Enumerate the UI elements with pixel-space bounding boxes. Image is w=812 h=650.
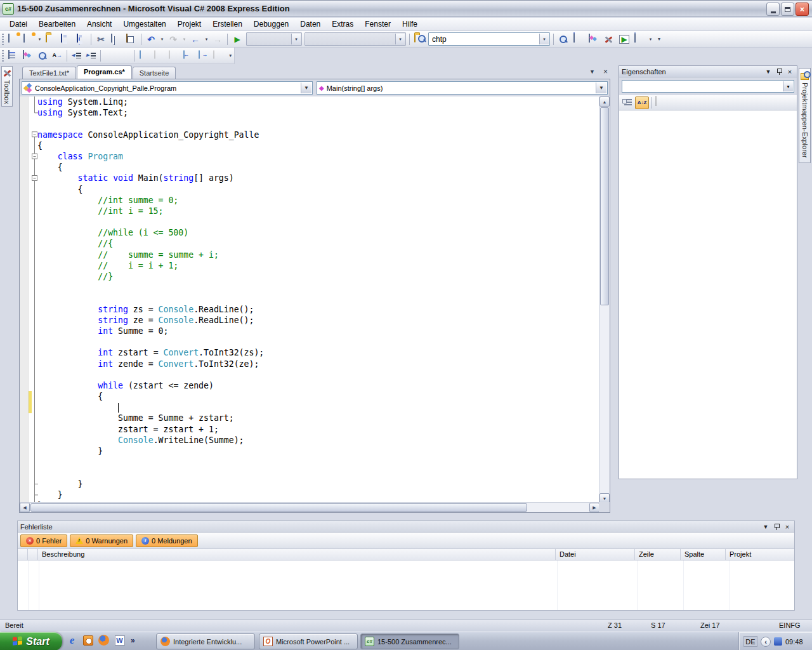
- code-line[interactable]: [20, 402, 599, 413]
- code-line[interactable]: }: [20, 479, 599, 489]
- quick-info-button[interactable]: [36, 49, 49, 63]
- scroll-left-button[interactable]: ◀: [20, 503, 30, 512]
- find-combobox[interactable]: chtp ▾: [428, 32, 550, 46]
- word-icon[interactable]: W: [114, 634, 126, 646]
- clear-bookmarks-button[interactable]: [211, 49, 225, 63]
- code-line[interactable]: namespace ConsoleApplication_Copyright_P…: [20, 129, 599, 140]
- code-line[interactable]: [20, 216, 599, 227]
- code-line[interactable]: {: [20, 391, 599, 402]
- toolbar-overflow-button[interactable]: ▾: [227, 49, 235, 63]
- vertical-scroll-thumb[interactable]: [600, 107, 609, 305]
- toolbar-overflow-button[interactable]: ▾: [655, 32, 663, 46]
- properties-grid[interactable]: [619, 110, 797, 479]
- code-line[interactable]: [20, 336, 599, 347]
- auto-hide-pin-button[interactable]: [775, 67, 783, 76]
- display-member-list-button[interactable]: [6, 49, 20, 63]
- code-line[interactable]: {: [20, 184, 599, 195]
- previous-bookmark-button[interactable]: [152, 49, 166, 63]
- next-bookmark-in-folder-button[interactable]: →: [197, 49, 210, 63]
- menu-item-extras[interactable]: Extras: [326, 18, 359, 30]
- code-line[interactable]: {: [20, 140, 599, 151]
- comment-selection-button[interactable]: [103, 49, 117, 63]
- toolbox-button[interactable]: [602, 32, 616, 46]
- code-editor[interactable]: using System.Linq;using System.Text;name…: [20, 96, 599, 503]
- paste-button[interactable]: [124, 32, 138, 46]
- save-button[interactable]: [59, 32, 73, 46]
- menu-item-projekt[interactable]: Projekt: [172, 18, 207, 30]
- toolbar-grip[interactable]: [2, 50, 4, 62]
- alphabetical-sort-button[interactable]: A↓Z: [635, 96, 649, 109]
- code-line[interactable]: string ze = Console.ReadLine();: [20, 315, 599, 326]
- tab-startseite[interactable]: Startseite: [133, 67, 176, 79]
- horizontal-scroll-thumb[interactable]: [30, 503, 527, 512]
- toolbox-collapsed-tab[interactable]: Toolbox: [1, 66, 13, 107]
- window-position-button[interactable]: ▼: [761, 522, 770, 531]
- code-line[interactable]: //{: [20, 238, 599, 249]
- code-line[interactable]: [20, 282, 599, 293]
- tab-textfile1[interactable]: TextFile1.txt*: [22, 67, 76, 79]
- save-all-button[interactable]: [74, 32, 88, 46]
- code-line[interactable]: [20, 456, 599, 467]
- quick-launch-overflow-chevron[interactable]: »: [131, 636, 135, 645]
- menu-item-daten[interactable]: Daten: [294, 18, 326, 30]
- column-header-icon[interactable]: [18, 549, 28, 560]
- undo-dropdown[interactable]: ▾: [159, 32, 166, 46]
- menu-item-umgestalten[interactable]: Umgestalten: [117, 18, 171, 30]
- toggle-bookmark-button[interactable]: [138, 49, 151, 63]
- code-line[interactable]: }: [20, 489, 599, 500]
- minimize-button[interactable]: [766, 3, 780, 16]
- scroll-right-button[interactable]: ▶: [589, 503, 599, 512]
- copy-button[interactable]: [109, 32, 123, 46]
- find-in-files-button[interactable]: [412, 32, 426, 46]
- code-line[interactable]: class Program: [20, 151, 599, 162]
- code-line[interactable]: [20, 293, 599, 303]
- solution-platforms-combobox[interactable]: ▾: [304, 32, 406, 46]
- code-line[interactable]: Console.WriteLine(Summe);: [20, 435, 599, 446]
- code-text[interactable]: using System.Linq;using System.Text;name…: [20, 96, 599, 503]
- close-button[interactable]: ×: [796, 3, 809, 16]
- properties-window-button[interactable]: [572, 32, 586, 46]
- start-debugging-button[interactable]: ▶: [230, 32, 244, 46]
- firefox-icon[interactable]: [98, 634, 110, 646]
- code-line[interactable]: [20, 118, 599, 129]
- column-header-project[interactable]: Projekt: [726, 549, 794, 560]
- tray-app-icon[interactable]: [774, 637, 782, 646]
- code-line[interactable]: //int summe = 0;: [20, 195, 599, 206]
- code-line[interactable]: static void Main(string[] args): [20, 173, 599, 183]
- column-header-description[interactable]: Beschreibung: [38, 549, 556, 560]
- column-header-file[interactable]: Datei: [556, 549, 635, 560]
- categorized-button[interactable]: [621, 96, 635, 109]
- clock-app-icon[interactable]: [82, 634, 94, 646]
- previous-bookmark-in-folder-button[interactable]: ←: [182, 49, 195, 63]
- uncomment-selection-button[interactable]: [119, 49, 132, 63]
- code-line[interactable]: [20, 369, 599, 380]
- find-symbol-button[interactable]: [556, 32, 570, 46]
- cut-button[interactable]: ✂: [94, 32, 108, 46]
- code-line[interactable]: using System.Linq;: [20, 96, 599, 107]
- error-list-body[interactable]: [18, 560, 794, 610]
- code-line[interactable]: string zs = Console.ReadLine();: [20, 304, 599, 315]
- task-button-firefox[interactable]: Integrierte Entwicklu...: [156, 633, 255, 649]
- menu-item-debuggen[interactable]: Debuggen: [248, 18, 294, 30]
- close-document-button[interactable]: ×: [601, 67, 610, 76]
- code-line[interactable]: //while (i <= 500): [20, 227, 599, 238]
- code-line[interactable]: Summe = Summe + zstart;: [20, 413, 599, 423]
- solution-explorer-collapsed-tab[interactable]: Projektmappen-Explorer: [799, 68, 811, 163]
- start-button[interactable]: Start: [0, 632, 62, 650]
- properties-panel-titlebar[interactable]: Eigenschaften ▼ ×: [619, 66, 797, 77]
- menu-item-fenster[interactable]: Fenster: [359, 18, 396, 30]
- language-indicator[interactable]: DE: [743, 636, 757, 647]
- code-line[interactable]: zstart = zstart + 1;: [20, 424, 599, 435]
- property-pages-button[interactable]: [653, 96, 667, 109]
- decrease-indent-button[interactable]: [70, 49, 83, 63]
- tab-program-cs[interactable]: Program.cs*: [77, 65, 132, 79]
- messages-filter-button[interactable]: i 0 Meldungen: [136, 534, 198, 547]
- navigate-backward-button[interactable]: ←: [188, 32, 202, 46]
- other-windows-button[interactable]: [632, 32, 646, 46]
- next-bookmark-button[interactable]: [167, 49, 180, 63]
- code-line[interactable]: //}: [20, 271, 599, 282]
- active-files-dropdown-button[interactable]: ▼: [587, 67, 597, 76]
- increase-indent-button[interactable]: [84, 49, 98, 63]
- immediate-window-button[interactable]: ▶: [617, 32, 631, 46]
- internet-explorer-icon[interactable]: e: [66, 634, 78, 646]
